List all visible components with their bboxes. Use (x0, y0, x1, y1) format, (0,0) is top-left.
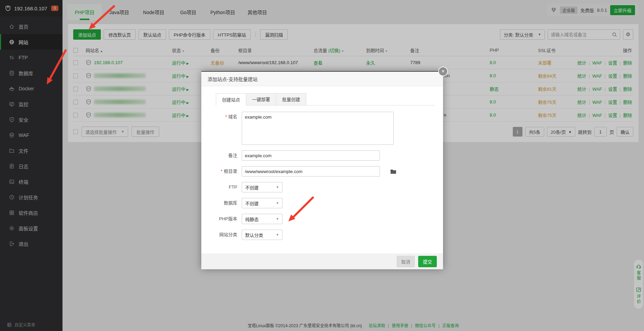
modal-header: 添加站点-支持批量建站 (201, 72, 443, 86)
modal-footer: 取消 提交 (201, 253, 443, 269)
site-category-select[interactable]: 默认分类 ▼ (242, 230, 282, 240)
php-version-select[interactable]: 纯静态 ▼ (242, 214, 282, 224)
note-input[interactable] (242, 150, 380, 161)
note-label: 备注 (201, 150, 242, 161)
php-version-label: PHP版本 (201, 214, 242, 224)
root-dir-input[interactable] (242, 166, 380, 177)
domain-label: 域名 (201, 112, 242, 145)
modal-tab-create[interactable]: 创建站点 (216, 93, 246, 106)
chevron-down-icon: ▼ (276, 185, 279, 189)
chevron-down-icon: ▼ (276, 217, 279, 221)
database-select[interactable]: 不创建 ▼ (242, 198, 282, 208)
cancel-button[interactable]: 取消 (397, 256, 415, 267)
modal-title: 添加站点-支持批量建站 (208, 76, 258, 82)
modal-tab-deploy[interactable]: 一键部署 (246, 93, 276, 105)
ftp-label: FTP (201, 182, 242, 192)
chevron-down-icon: ▼ (276, 201, 279, 205)
site-category-label: 网站分类 (201, 230, 242, 240)
database-label: 数据库 (201, 198, 242, 208)
root-dir-label: 根目录 (201, 166, 242, 177)
create-site-form: 域名 example.com 备注 根目录 FTP 不创建 ▼ 数据库 不创建 (201, 106, 443, 240)
chevron-down-icon: ▼ (276, 233, 279, 237)
modal-tab-batch[interactable]: 批量创建 (276, 93, 306, 105)
modal-tabs: 创建站点 一键部署 批量创建 (216, 93, 435, 106)
folder-picker-icon[interactable] (390, 169, 396, 174)
submit-button[interactable]: 提交 (418, 256, 437, 267)
domain-textarea[interactable]: example.com (242, 112, 394, 145)
add-site-modal: 添加站点-支持批量建站 × 创建站点 一键部署 批量创建 域名 example.… (201, 71, 443, 269)
modal-close-icon[interactable]: × (438, 67, 448, 76)
ftp-select[interactable]: 不创建 ▼ (242, 182, 282, 192)
